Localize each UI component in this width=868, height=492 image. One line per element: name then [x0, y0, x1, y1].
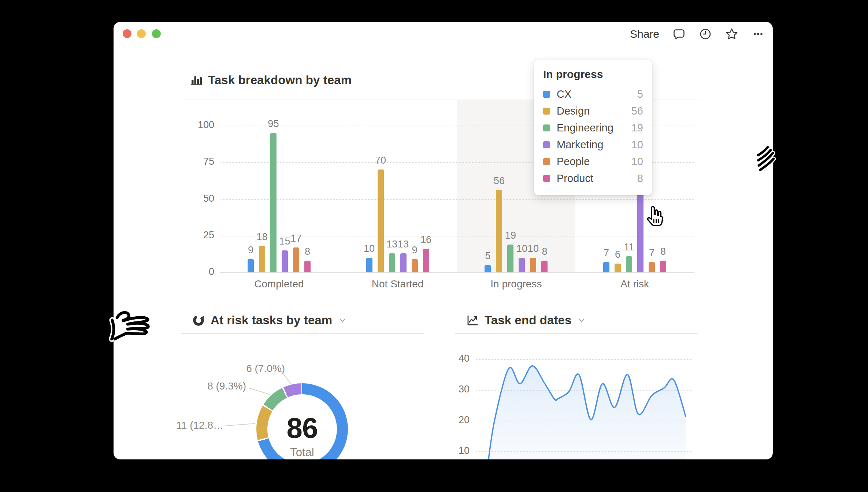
screen-background: Share — [0, 0, 868, 492]
tooltip-row-value: 10 — [631, 156, 643, 168]
bar-product-completed[interactable] — [304, 261, 311, 272]
chart-tooltip: In progress CX5Design56Engineering19Mark… — [534, 60, 652, 195]
bar-value-label: 17 — [281, 233, 311, 244]
tooltip-row: People10 — [543, 153, 643, 170]
bar-product-in-progress[interactable] — [541, 261, 548, 272]
tooltip-row-value: 8 — [637, 172, 643, 184]
bar-people-in-progress[interactable] — [530, 258, 536, 272]
y-tick-label: 20 — [436, 414, 470, 426]
bar-value-label: 8 — [293, 246, 322, 257]
tooltip-row-label: Engineering — [557, 122, 631, 134]
scribble-doodle-right — [754, 142, 780, 174]
tooltip-row-value: 56 — [631, 105, 643, 117]
bar-value-label: 56 — [485, 175, 514, 187]
bar-cx-in-progress[interactable] — [485, 265, 491, 272]
tooltip-row: Design56 — [543, 102, 643, 119]
area-chart-curve — [474, 344, 709, 459]
bar-value-label: 8 — [530, 246, 559, 257]
bar-people-not-started[interactable] — [412, 259, 418, 272]
tooltip-row-label: Product — [557, 172, 637, 184]
bar-product-at-risk[interactable] — [660, 261, 666, 272]
bar-value-label: 95 — [259, 118, 288, 130]
tooltip-title: In progress — [543, 68, 643, 81]
bar-people-at-risk[interactable] — [649, 262, 655, 272]
tooltip-row-value: 5 — [637, 88, 643, 100]
tooltip-row-label: CX — [557, 88, 637, 100]
bar-cx-completed[interactable] — [248, 259, 254, 272]
app-window: Share — [114, 22, 773, 459]
legend-swatch — [543, 158, 550, 165]
bar-marketing-completed[interactable] — [282, 250, 288, 272]
tooltip-row-label: Design — [557, 105, 631, 117]
legend-swatch — [543, 91, 550, 98]
legend-swatch — [543, 108, 550, 115]
bar-cx-not-started[interactable] — [366, 258, 372, 272]
tooltip-row-label: Marketing — [557, 139, 631, 151]
hand-doodle-left — [105, 309, 155, 348]
bar-value-label: 8 — [649, 246, 678, 257]
tooltip-row-value: 19 — [631, 122, 643, 134]
y-tick-label: 30 — [436, 384, 470, 395]
bar-design-not-started[interactable] — [378, 169, 384, 272]
legend-swatch — [543, 141, 550, 148]
bar-design-completed[interactable] — [259, 246, 265, 272]
bar-value-label: 70 — [366, 155, 395, 166]
bar-marketing-at-risk[interactable] — [637, 187, 643, 272]
donut-total-value: 86 — [256, 413, 348, 443]
bar-value-label: 19 — [496, 230, 525, 241]
tooltip-row-value: 10 — [631, 139, 643, 151]
legend-swatch — [543, 175, 550, 182]
bar-marketing-in-progress[interactable] — [519, 258, 525, 272]
tooltip-row: CX5 — [543, 86, 643, 102]
bar-product-not-started[interactable] — [423, 249, 429, 272]
bar-design-at-risk[interactable] — [615, 264, 621, 272]
tooltip-row: Marketing10 — [543, 136, 643, 153]
bar-engineering-completed[interactable] — [270, 133, 277, 272]
donut-center: 86 Total — [256, 413, 348, 459]
bar-cx-at-risk[interactable] — [603, 262, 609, 272]
tooltip-row-label: People — [557, 156, 631, 168]
y-tick-label: 40 — [436, 353, 470, 364]
tooltip-row: Engineering19 — [543, 119, 643, 136]
legend-swatch — [543, 124, 550, 131]
hand-pointer-cursor — [645, 205, 664, 228]
bar-engineering-not-started[interactable] — [389, 253, 395, 272]
donut-total-label: Total — [256, 446, 348, 459]
tooltip-row: Product8 — [543, 170, 643, 187]
bar-marketing-not-started[interactable] — [400, 253, 407, 272]
bar-engineering-at-risk[interactable] — [626, 256, 632, 272]
y-tick-label: 10 — [436, 445, 470, 456]
bar-value-label: 16 — [411, 234, 441, 246]
